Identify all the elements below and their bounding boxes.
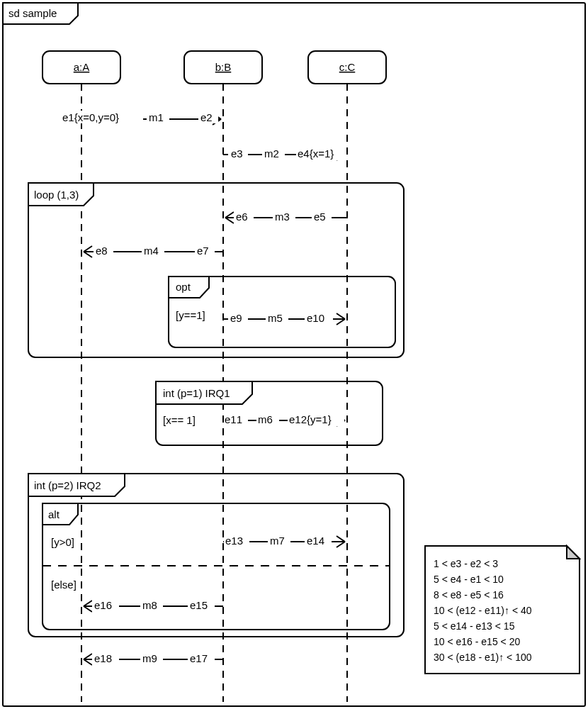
constraint-3: 10 < (e12 - e11)↑ < 40 xyxy=(434,605,532,616)
m3-label: m3 xyxy=(275,211,290,223)
m2-from-event: e3 xyxy=(231,147,243,160)
lifeline-a-label: a:A xyxy=(74,61,90,73)
sd-title: sd sample xyxy=(9,7,57,19)
int2-label: int (p=2) IRQ2 xyxy=(34,479,101,491)
m3-to-event: e6 xyxy=(236,211,248,223)
lifeline-c-label: c:C xyxy=(339,61,356,73)
constraint-0: 1 < e3 - e2 < 3 xyxy=(434,558,498,569)
m7-label: m7 xyxy=(270,535,285,547)
m3-from-event: e5 xyxy=(314,211,326,223)
m7-from-event: e13 xyxy=(225,535,243,547)
message-m7: e13 m7 e14 xyxy=(223,535,345,547)
m4-from-event: e7 xyxy=(197,245,209,257)
m1-label: m1 xyxy=(149,111,164,123)
alt-guard2: [else] xyxy=(51,579,77,591)
m6-from-event: e11 xyxy=(225,413,242,425)
m2-label: m2 xyxy=(264,147,279,160)
m2-to-event: e4{x=1} xyxy=(298,147,334,160)
loop-label: loop (1,3) xyxy=(34,189,79,201)
alt-label: alt xyxy=(48,508,60,520)
m6-to-event: e12{y=1} xyxy=(289,413,332,425)
m7-to-event: e14 xyxy=(307,535,324,547)
m4-label: m4 xyxy=(144,245,159,257)
m5-label: m5 xyxy=(268,312,283,324)
m8-to-event: e16 xyxy=(94,599,112,611)
constraint-1: 5 < e4 - e1 < 10 xyxy=(434,574,504,585)
message-m1: e1{x=0,y=0} m1 e2 xyxy=(58,111,221,125)
m1-from-event: e1{x=0,y=0} xyxy=(62,111,119,123)
message-m2: e3 m2 e4{x=1} xyxy=(223,147,346,160)
m9-label: m9 xyxy=(142,652,157,664)
int1-label: int (p=1) IRQ1 xyxy=(163,387,230,399)
constraints-note: 1 < e3 - e2 < 3 5 < e4 - e1 < 10 8 < e8 … xyxy=(425,546,579,674)
m5-from-event: e9 xyxy=(230,312,242,324)
constraint-2: 8 < e8 - e5 < 16 xyxy=(434,589,504,601)
m9-from-event: e17 xyxy=(190,652,208,664)
opt-label: opt xyxy=(176,281,191,293)
message-m8: e16 m8 e15 xyxy=(84,599,223,612)
m5-to-event: e10 xyxy=(307,312,324,324)
constraint-4: 5 < e14 - e13 < 15 xyxy=(434,620,515,632)
m9-to-event: e18 xyxy=(94,652,112,664)
message-m6: e11 m6 e12{y=1} xyxy=(223,413,345,426)
constraint-6: 30 < (e18 - e1)↑ < 100 xyxy=(434,652,532,663)
lifeline-b-label: b:B xyxy=(215,61,232,73)
m8-label: m8 xyxy=(142,599,157,611)
message-m5: e9 m5 e10 xyxy=(223,312,345,325)
message-m9: e18 m9 e17 xyxy=(84,652,223,665)
int1-guard: [x== 1] xyxy=(163,414,196,426)
constraint-5: 10 < e16 - e15 < 20 xyxy=(434,636,520,647)
m1-to-event: e2 xyxy=(200,111,213,123)
opt-guard: [y==1] xyxy=(176,309,205,321)
m8-from-event: e15 xyxy=(190,599,208,611)
sequence-diagram: sd sample a:A b:B c:C e1{x=0,y=0} m1 e2 … xyxy=(0,0,588,709)
message-m4: e8 m4 e7 xyxy=(84,245,223,257)
m6-label: m6 xyxy=(258,413,273,425)
alt-guard1: [y>0] xyxy=(51,536,74,548)
message-m3: e6 m3 e5 xyxy=(225,211,347,223)
m4-to-event: e8 xyxy=(96,245,108,257)
